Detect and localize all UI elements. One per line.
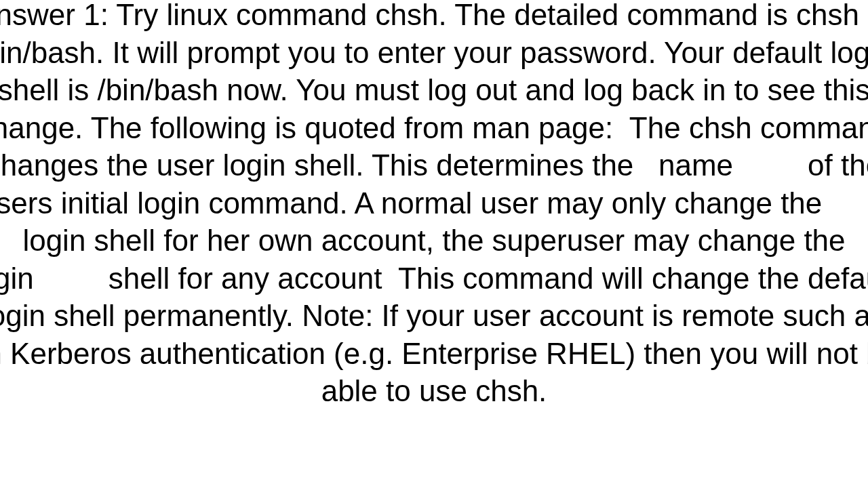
answer-text-block: Answer 1: Try linux command chsh. The de… (0, 0, 868, 410)
